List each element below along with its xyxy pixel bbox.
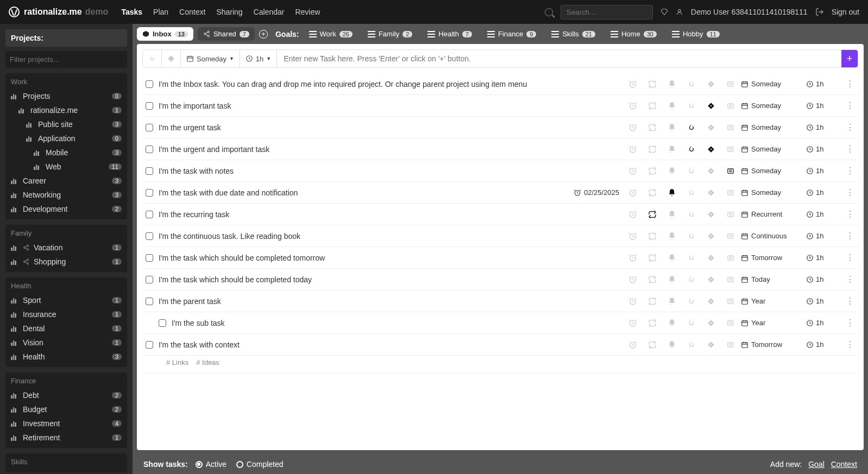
urgent-icon[interactable] [687, 188, 696, 198]
tab-inbox[interactable]: Inbox 13 [137, 27, 193, 41]
notes-icon[interactable] [726, 318, 735, 328]
sidebar-item-debt[interactable]: Debt2 [5, 388, 127, 402]
sidebar-group-family[interactable]: Family [5, 225, 127, 241]
recurring-icon[interactable] [647, 144, 657, 154]
sidebar-group-skills[interactable]: Skills [5, 453, 127, 469]
notes-icon[interactable] [726, 231, 735, 241]
sidebar-item-development[interactable]: Development2 [5, 202, 127, 216]
task-schedule[interactable]: Someday [741, 80, 801, 88]
task-schedule[interactable]: Year [741, 297, 801, 305]
alarm-icon[interactable] [628, 188, 638, 198]
recurring-icon[interactable] [647, 101, 657, 111]
task-schedule[interactable]: Continuous [741, 232, 801, 240]
task-schedule[interactable]: Recurrent [741, 210, 801, 218]
urgent-icon[interactable] [687, 340, 696, 350]
sidebar-group-finance[interactable]: Finance [5, 372, 127, 388]
recurring-icon[interactable] [647, 79, 657, 89]
important-icon[interactable] [706, 253, 716, 263]
radio-active[interactable]: Active [196, 460, 227, 469]
sidebar-item-budget[interactable]: Budget2 [5, 402, 127, 416]
task-checkbox[interactable] [146, 124, 153, 131]
nav-review[interactable]: Review [295, 8, 320, 16]
bell-icon[interactable] [667, 144, 677, 154]
notes-icon[interactable] [726, 144, 735, 154]
alarm-icon[interactable] [628, 101, 638, 111]
task-menu-button[interactable]: ⋮ [844, 79, 855, 89]
recurring-icon[interactable] [647, 340, 657, 350]
goal-skills[interactable]: Skills21 [546, 27, 601, 41]
new-task-input[interactable] [277, 50, 841, 67]
important-icon[interactable] [706, 210, 716, 219]
urgent-icon[interactable] [687, 231, 696, 241]
goal-finance[interactable]: Finance9 [482, 27, 542, 41]
important-toggle[interactable] [162, 50, 181, 67]
alarm-icon[interactable] [628, 79, 638, 89]
alarm-icon[interactable] [628, 231, 638, 241]
recurring-icon[interactable] [647, 318, 657, 328]
task-menu-button[interactable]: ⋮ [844, 231, 855, 241]
task-menu-button[interactable]: ⋮ [844, 187, 855, 198]
bell-icon[interactable] [667, 231, 677, 241]
alarm-icon[interactable] [628, 144, 638, 154]
task-checkbox[interactable] [159, 319, 166, 327]
task-duration[interactable]: 1h [806, 340, 839, 349]
bell-icon[interactable] [667, 166, 677, 176]
important-icon[interactable] [706, 101, 716, 111]
task-checkbox[interactable] [146, 211, 153, 218]
task-menu-button[interactable]: ⋮ [844, 318, 855, 328]
schedule-dropdown[interactable]: Someday ▼ [181, 50, 240, 67]
sidebar-item-public-site[interactable]: Public site3 [5, 117, 127, 131]
task-menu-button[interactable]: ⋮ [844, 252, 855, 263]
task-row[interactable]: I'm the Inbox task. You can drag and dro… [142, 73, 858, 95]
user-name[interactable]: Demo User 638411011410198111 [691, 8, 808, 16]
task-duration[interactable]: 1h [806, 167, 839, 175]
premium-icon[interactable] [661, 8, 668, 16]
goal-work[interactable]: Work26 [304, 27, 358, 41]
task-checkbox[interactable] [146, 254, 153, 262]
sidebar-group-health[interactable]: Health [5, 277, 127, 293]
alarm-icon[interactable] [628, 340, 638, 350]
task-menu-button[interactable]: ⋮ [844, 144, 855, 154]
radio-completed[interactable]: Completed [236, 460, 284, 469]
bell-icon[interactable] [667, 79, 677, 89]
add-tab-button[interactable]: + [259, 30, 268, 39]
add-goal-link[interactable]: Goal [808, 460, 825, 469]
task-schedule[interactable]: Tomorrow [741, 340, 801, 349]
task-schedule[interactable]: Someday [741, 188, 801, 197]
urgent-icon[interactable] [687, 210, 696, 219]
logo[interactable]: rationalize.me [9, 7, 82, 17]
task-duration[interactable]: 1h [806, 297, 839, 305]
sidebar-group-work[interactable]: Work [5, 73, 127, 89]
goal-home[interactable]: Home30 [605, 27, 662, 41]
sidebar-item-rationalize-me[interactable]: rationalize.me1 [5, 103, 127, 117]
urgent-icon[interactable] [687, 253, 696, 263]
alarm-icon[interactable] [628, 123, 638, 132]
urgent-icon[interactable] [687, 296, 696, 306]
task-duration[interactable]: 1h [806, 102, 839, 110]
sidebar-item-shopping[interactable]: Shopping1 [5, 255, 127, 269]
sidebar-item-health[interactable]: Health3 [5, 350, 127, 364]
notes-icon[interactable] [726, 123, 735, 132]
important-icon[interactable] [706, 296, 716, 306]
sidebar-item-insurance[interactable]: Insurance1 [5, 307, 127, 321]
alarm-icon[interactable] [628, 210, 638, 219]
bell-icon[interactable] [667, 123, 677, 132]
important-icon[interactable] [706, 318, 716, 328]
urgent-icon[interactable] [687, 123, 696, 132]
search-icon[interactable] [545, 8, 553, 16]
sidebar-item-investment[interactable]: Investment4 [5, 416, 127, 431]
task-duration[interactable]: 1h [806, 80, 839, 88]
sidebar-item-sport[interactable]: Sport1 [5, 293, 127, 307]
urgent-icon[interactable] [687, 275, 696, 285]
task-checkbox[interactable] [146, 102, 153, 110]
important-icon[interactable] [706, 166, 716, 176]
bell-icon[interactable] [667, 318, 677, 328]
task-menu-button[interactable]: ⋮ [844, 296, 855, 306]
alarm-icon[interactable] [628, 275, 638, 285]
tag[interactable]: # Ideas [196, 358, 219, 366]
notes-icon[interactable] [726, 210, 735, 219]
sidebar-item-vacation[interactable]: Vacation1 [5, 241, 127, 255]
bell-icon[interactable] [667, 275, 677, 285]
nav-tasks[interactable]: Tasks [121, 8, 142, 16]
important-icon[interactable] [706, 79, 716, 89]
